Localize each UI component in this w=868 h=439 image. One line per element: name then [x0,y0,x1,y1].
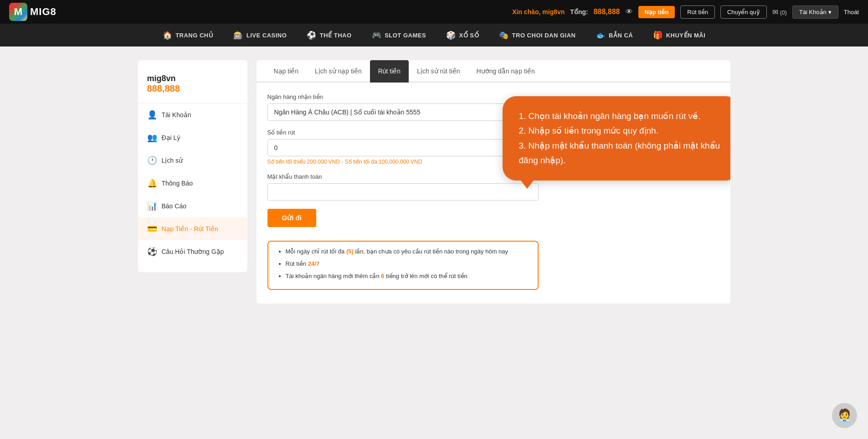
lottery-icon: 🎲 [446,31,456,40]
agents-icon: 👥 [147,133,157,143]
info-box: Mỗi ngày chỉ rút tối đa (5) lần, bạn chư… [267,241,539,290]
info-line1: Mỗi ngày chỉ rút tối đa (5) lần, bạn chư… [286,247,529,257]
nav-the-thao[interactable]: ⚽ THỂ THAO [297,24,361,46]
nav-xo-so[interactable]: 🎲 XỔ SỐ [436,24,489,46]
logo: M MIG8 [9,3,56,21]
sidebar-item-dai-ly[interactable]: 👥 Đại Lý [138,126,247,149]
eye-icon[interactable]: 👁 [626,8,633,16]
form-area: 1. Chọn tài khoản ngân hàng bạn muốn rút… [257,83,730,304]
tab-nap-tien[interactable]: Nạp tiền [266,60,307,83]
sidebar-item-lich-su[interactable]: 🕐 Lịch sử [138,149,247,172]
sidebar-item-thong-bao[interactable]: 🔔 Thông Báo [138,172,247,195]
chuyen-quy-button[interactable]: Chuyển quỹ [720,5,767,19]
sidebar-item-nap-rut[interactable]: 💳 Nạp Tiền - Rút Tiền [138,217,247,240]
folk-game-icon: 🎭 [499,31,509,40]
sidebar-item-tai-khoan[interactable]: 👤 Tài Khoản [138,103,247,126]
tab-lich-su-nap-tien[interactable]: Lịch sử nạp tiền [307,60,370,83]
promo-icon: 🎁 [653,31,663,40]
sports-icon: ⚽ [307,31,317,40]
password-input[interactable] [267,183,539,201]
nav-live-casino[interactable]: 🎰 LIVE CASINO [223,24,297,46]
sidebar-item-bao-cao[interactable]: 📊 Báo Cáo [138,195,247,217]
total-label: Tổng: [570,8,588,15]
nav-tro-choi-dan-gian[interactable]: 🎭 TRO CHOI DAN GIAN [489,24,586,46]
nav-khuyen-mai[interactable]: 🎁 KHUYẾN MÃI [643,24,715,46]
total-value: 888,888 [594,8,620,16]
topbar-right: Xin chào, mig8vn Tổng: 888,888 👁 Nạp tiề… [512,5,859,19]
sidebar-balance: 888,888 [147,83,238,94]
fish-icon: 🐟 [596,31,606,40]
tooltip-line1: 1. Chọn tài khoản ngân hàng bạn muốn rút… [519,109,723,124]
sidebar-item-faq[interactable]: ⚽ Câu Hỏi Thường Gặp [138,240,247,263]
submit-button[interactable]: Gửi đi [267,209,316,227]
home-icon: 🏠 [163,31,173,40]
nav-slot-games[interactable]: 🎮 SLOT GAMES [362,24,436,46]
info-line3: Tài khoản ngân hàng mới thêm cần 6 tiếng… [286,272,529,281]
info-line2: Rút tiền 24/7 [286,259,529,269]
nav-trang-chu[interactable]: 🏠 TRANG CHỦ [153,24,224,46]
slot-icon: 🎮 [372,31,382,40]
logo-text: MIG8 [30,6,56,18]
tooltip-line2: 2. Nhập số tiền trong mức quy định. [519,124,723,138]
casino-icon: 🎰 [233,31,243,40]
greeting-text: Xin chào, mig8vn [512,8,565,15]
history-icon: 🕐 [147,155,157,165]
bell-icon: 🔔 [147,178,157,188]
faq-icon: ⚽ [147,247,157,257]
amount-input[interactable] [267,139,539,156]
logo-icon: M [9,3,27,21]
tooltip-bubble: 1. Chọn tài khoản ngân hàng bạn muốn rút… [503,96,730,181]
tabs-container: Nạp tiền Lịch sử nạp tiền Rút tiền Lịch … [257,60,730,83]
report-icon: 📊 [147,201,157,211]
sidebar: mig8vn 888,888 👤 Tài Khoản 👥 Đại Lý 🕐 Lị… [138,60,247,272]
nap-tien-button[interactable]: Nạp tiền [638,6,675,18]
thoat-button[interactable]: Thoát [844,9,859,15]
main-panel: Nạp tiền Lịch sử nạp tiền Rút tiền Lịch … [257,60,730,304]
user-icon: 👤 [147,110,157,120]
tab-huong-dan-nap-tien[interactable]: Hướng dẫn nạp tiền [468,60,543,83]
sidebar-user-info: mig8vn 888,888 [138,69,247,103]
main-nav: 🏠 TRANG CHỦ 🎰 LIVE CASINO ⚽ THỂ THAO 🎮 S… [0,24,868,46]
tooltip-line3: 3. Nhập mật khẩu thanh toán (không phải … [519,139,723,168]
nav-ban-ca[interactable]: 🐟 BẮN CÁ [586,24,643,46]
wallet-icon: 💳 [147,224,157,234]
page-content: mig8vn 888,888 👤 Tài Khoản 👥 Đại Lý 🕐 Lị… [138,60,730,304]
sidebar-username: mig8vn [147,74,238,83]
rut-tien-button[interactable]: Rút tiền [680,5,715,19]
top-bar: M MIG8 Xin chào, mig8vn Tổng: 888,888 👁 … [0,0,868,24]
tab-rut-tien[interactable]: Rút tiền [370,60,409,83]
message-icon[interactable]: ✉ (0) [772,8,787,16]
tab-lich-su-rut-tien[interactable]: Lịch sử rút tiền [409,60,468,83]
bank-input[interactable] [267,103,539,121]
tai-khoan-button[interactable]: Tài Khoản ▾ [792,5,838,19]
